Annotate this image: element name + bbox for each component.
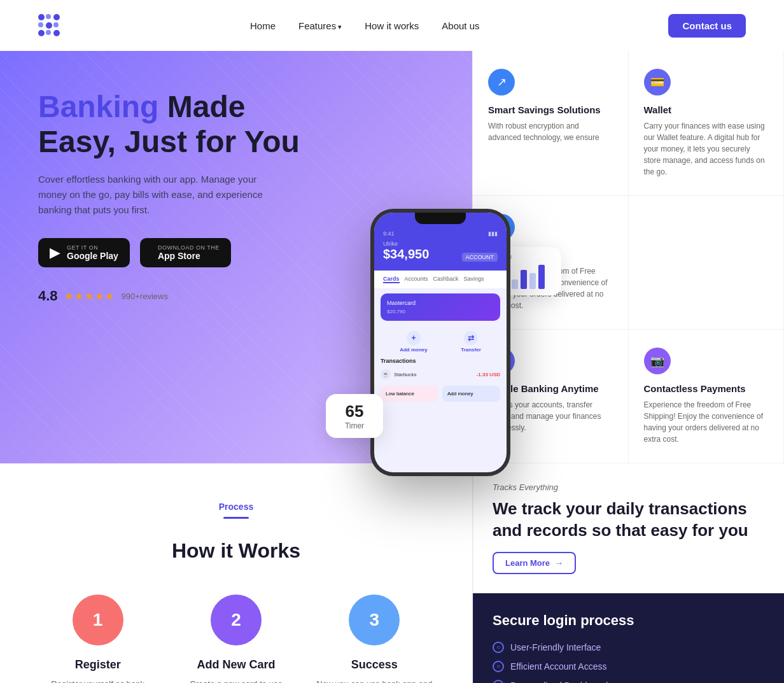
phone-balance-area: Ulrike $34,950 ACCOUNT xyxy=(383,241,498,262)
nav-about[interactable]: About us xyxy=(442,20,479,31)
contact-us-button[interactable]: Contact us xyxy=(668,14,746,38)
track-tag: Tracks Everything xyxy=(493,482,765,492)
phone-tab-savings[interactable]: Savings xyxy=(464,276,484,283)
transactions-title: Transactions xyxy=(374,358,507,364)
hero-title: Banking MadeEasy, Just for You xyxy=(38,89,434,159)
tx-left: ☕ Starbucks xyxy=(381,369,417,379)
logo-dot xyxy=(38,30,45,36)
nav-home[interactable]: Home xyxy=(250,20,276,31)
secure-feature-1: ○ User-Friendly Interface xyxy=(493,642,765,653)
tx-icon: ☕ xyxy=(381,369,391,379)
process-content: Process How it Works 1 Register Register… xyxy=(0,463,472,683)
logo-dot xyxy=(46,14,51,19)
secure-feature-3: ○ Personalized Dashboard xyxy=(493,680,765,683)
app-store-text: Download on the App Store xyxy=(158,244,220,261)
phone-balance: $34,950 xyxy=(383,247,429,262)
phone-user-area: Ulrike $34,950 xyxy=(383,241,429,262)
hero-section: Banking MadeEasy, Just for You Cover eff… xyxy=(0,51,784,463)
rating-reviews: 990+reviews xyxy=(122,292,168,301)
logo-dot xyxy=(38,22,43,27)
smart-savings-title: Smart Savings Solutions xyxy=(488,104,613,115)
phone-notch xyxy=(415,213,466,224)
phone-status-bar: 9:41 ▮▮▮ xyxy=(383,230,498,237)
secure-feature-2-label: Efficient Account Access xyxy=(510,661,607,672)
secure-title: Secure login process xyxy=(493,612,765,629)
feature-smart-savings: ↗ Smart Savings Solutions With robust en… xyxy=(473,51,629,196)
add-money-card: Add money xyxy=(442,386,500,402)
secure-feature-2: ○ Efficient Account Access xyxy=(493,661,765,672)
hero-title-accent: Banking xyxy=(38,90,158,123)
nav-how-it-works[interactable]: How it works xyxy=(365,20,419,31)
phone-transactions: ☕ Starbucks -1.33 USD Low balance Add mo… xyxy=(374,364,507,404)
app-store-sub: Download on the xyxy=(158,244,220,251)
phone-actions: + Add money ⇄ Transfer xyxy=(374,326,507,358)
phone-account-type: ACCOUNT xyxy=(462,253,498,262)
step-2: 2 Add New Card Create a new card to use … xyxy=(176,595,295,683)
rating-stars: ★★★★★ xyxy=(64,290,115,302)
logo-dot xyxy=(46,22,52,29)
step-1-circle: 1 xyxy=(73,595,123,645)
hero-description: Cover effortless banking with our app. M… xyxy=(38,172,280,218)
navbar: Home Features How it works About us Cont… xyxy=(0,0,784,51)
wallet-desc: Carry your finances with ease using our … xyxy=(644,120,769,178)
secure-section: Secure login process ○ User-Friendly Int… xyxy=(473,593,784,683)
phone-tab-accounts[interactable]: Accounts xyxy=(405,276,428,283)
contactless-title: Contactless Payments xyxy=(644,383,769,394)
google-play-icon: ▶ xyxy=(50,244,60,261)
phone-card-amount: $20,790 xyxy=(387,309,494,314)
secure-check-2: ○ xyxy=(493,661,504,672)
step-2-circle: 2 xyxy=(211,595,262,645)
app-store-name: App Store xyxy=(158,251,220,261)
contactless-icon: 📷 xyxy=(650,354,664,368)
add-money-action[interactable]: + Add money xyxy=(400,331,428,353)
step-2-desc: Create a new card to use anytime and any… xyxy=(176,678,295,683)
feature-wallet: 💳 Wallet Carry your finances with ease u… xyxy=(629,51,785,196)
process-tag: Process xyxy=(219,502,253,512)
transaction-row: ☕ Starbucks -1.33 USD xyxy=(381,367,500,382)
app-store-button[interactable]: Download on the App Store xyxy=(140,238,231,267)
activity-bar xyxy=(521,270,527,289)
phone-bottom-cards: Low balance Add money xyxy=(381,386,500,402)
step-3-circle: 3 xyxy=(349,595,400,645)
process-underline xyxy=(223,517,249,519)
smart-savings-icon-circle: ↗ xyxy=(488,69,515,95)
phone-user-label: Ulrike xyxy=(383,241,429,247)
step-1-desc: Register yourself as bank application us… xyxy=(38,678,157,683)
step-1: 1 Register Register yourself as bank app… xyxy=(38,595,157,683)
phone-tabs: Cards Accounts Cashback Savings xyxy=(374,271,507,288)
phone-tab-cards[interactable]: Cards xyxy=(383,276,400,283)
google-play-sub: GET IT ON xyxy=(67,244,118,251)
logo-icon xyxy=(38,14,61,37)
middle-section: Process How it Works 1 Register Register… xyxy=(0,463,784,683)
rating-number: 4.8 xyxy=(38,288,58,304)
phone-tab-cashback[interactable]: Cashback xyxy=(433,276,459,283)
learn-more-button[interactable]: Learn More → xyxy=(493,552,576,574)
secure-check-1: ○ xyxy=(493,642,504,653)
wallet-icon: 💳 xyxy=(650,75,664,89)
phone-widget-area: Activity xyxy=(370,183,510,476)
google-play-button[interactable]: ▶ GET IT ON Google Play xyxy=(38,238,130,267)
process-section: Process How it Works 1 Register Register… xyxy=(0,463,472,683)
transfer-label: Transfer xyxy=(461,347,481,353)
step-1-title: Register xyxy=(75,658,121,672)
logo xyxy=(38,14,61,37)
arrow-icon: → xyxy=(555,558,563,568)
step-3-desc: Now you can use bank app and facilate it… xyxy=(315,678,434,683)
nav-features[interactable]: Features xyxy=(298,20,342,31)
timer-widget: 65 Timer xyxy=(326,394,383,438)
tx-name: Starbucks xyxy=(394,372,417,377)
timer-value: 65 xyxy=(337,402,372,421)
phone-icons: ▮▮▮ xyxy=(488,230,498,237)
activity-bar xyxy=(538,265,545,289)
phone-screen: 9:41 ▮▮▮ Ulrike $34,950 ACCOUNT xyxy=(374,213,507,472)
timer-label: Timer xyxy=(337,421,372,430)
add-money-icon: + xyxy=(407,331,421,345)
logo-dot xyxy=(46,30,51,35)
feature-contactless: 📷 Contactless Payments Experience the fr… xyxy=(629,330,785,463)
phone-relative: Activity xyxy=(370,209,510,476)
transfer-icon: ⇄ xyxy=(464,331,478,345)
middle-right: Tracks Everything We track your daily tr… xyxy=(472,463,784,683)
transfer-action[interactable]: ⇄ Transfer xyxy=(461,331,481,353)
phone-card: Mastercard $20,790 xyxy=(381,293,500,321)
wallet-title: Wallet xyxy=(644,104,769,115)
